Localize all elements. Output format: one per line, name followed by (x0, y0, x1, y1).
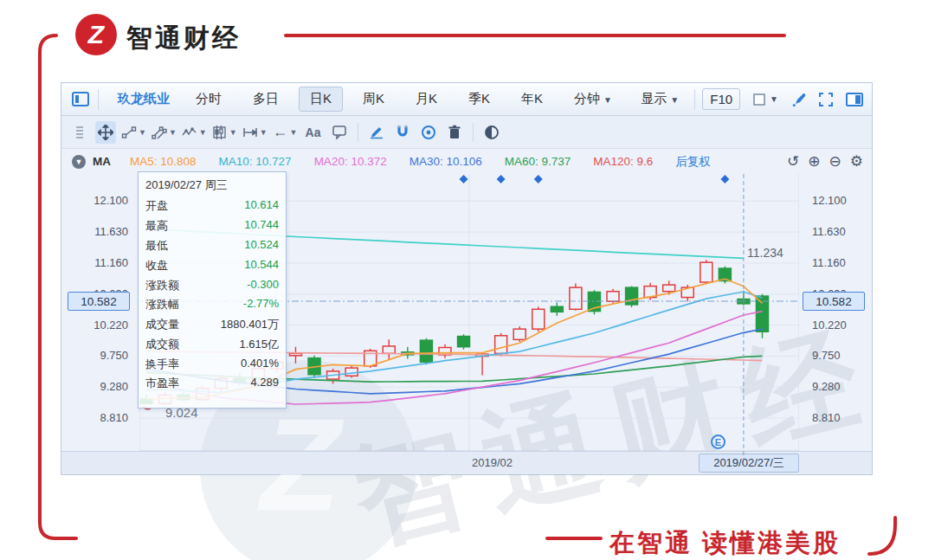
tab-bar: 玖龙纸业 分时多日日K周K月K季K年K 分钟▼ 显示▼ F10 ▼ (61, 83, 872, 116)
trading-app-window: 玖龙纸业 分时多日日K周K月K季K年K 分钟▼ 显示▼ F10 ▼ (61, 82, 873, 475)
tooltip-row-label: 最低 (145, 238, 168, 254)
tooltip-row-label: 涨跌额 (145, 278, 179, 293)
tooltip-row: 涨跌额-0.300 (139, 275, 286, 295)
tooltip-row-label: 成交量 (145, 317, 179, 332)
tab-季K[interactable]: 季K (457, 87, 501, 112)
tooltip-row: 开盘10.614 (139, 196, 286, 216)
tooltip-row: 市盈率4.289 (139, 374, 286, 394)
tooltip-row-label: 开盘 (145, 198, 168, 214)
undo-icon[interactable]: ↺ (787, 154, 799, 169)
drawing-toolbar: ▼ ▼ ▼ ▼ ▼ ←▼ Aa (61, 116, 872, 149)
tooltip-date: 2019/02/27 (145, 178, 202, 191)
logo-letter: Z (88, 20, 104, 49)
period-tabs: 分时多日日K周K月K季K年K (180, 87, 558, 112)
tooltip-row-value: 10.524 (244, 238, 279, 254)
tooltip-row: 成交量1880.401万 (139, 315, 286, 335)
tab-月K[interactable]: 月K (404, 87, 448, 112)
y-axis-label: 9.280 (61, 380, 139, 393)
divider (358, 123, 358, 142)
tab-年K[interactable]: 年K (510, 87, 554, 112)
tooltip-row-label: 最高 (145, 218, 168, 234)
tooltip-row-value: 4.289 (250, 376, 279, 391)
y-axis-label: 12.100 (799, 194, 872, 207)
y-axis-label: 10.220 (799, 319, 872, 331)
ma-values: MA5: 10.808MA10: 10.727MA20: 10.372MA30:… (130, 155, 675, 168)
crosshair-price-label: 10.582 (803, 292, 865, 311)
event-badge[interactable]: E (711, 434, 725, 449)
ohlc-tooltip: 2019/02/27 周三 开盘10.614最高10.744最低10.524收盘… (138, 171, 287, 409)
tab-多日[interactable]: 多日 (242, 87, 290, 112)
magnet-tool-icon[interactable] (392, 121, 413, 144)
measure-tool-icon[interactable]: ▼ (242, 121, 268, 144)
channel-tool-icon[interactable]: ▼ (152, 121, 177, 144)
text-tool-label: Aa (306, 126, 321, 139)
y-axis-label: 9.750 (799, 349, 872, 362)
crosshair-price-label: 10.582 (68, 292, 130, 311)
tooltip-row-value: -0.300 (247, 278, 279, 293)
tooltip-row: 涨跌幅-2.77% (139, 295, 286, 315)
tooltip-row-label: 成交额 (145, 337, 179, 352)
tooltip-row-value: 1880.401万 (221, 317, 279, 332)
ma-value-ma10[interactable]: MA10: 10.727 (219, 155, 292, 168)
minute-dropdown-label: 分钟 (574, 91, 600, 106)
tooltip-row: 最低10.524 (139, 236, 286, 256)
ma-value-ma30[interactable]: MA30: 10.106 (409, 155, 482, 168)
contrast-toggle-icon[interactable] (481, 121, 502, 144)
y-axis-left: 12.10011.63011.16010.69010.2209.7509.280… (61, 83, 139, 451)
tab-日K[interactable]: 日K (299, 87, 343, 112)
tab-周K[interactable]: 周K (351, 87, 396, 112)
ma-value-ma60[interactable]: MA60: 9.737 (505, 155, 571, 168)
adjust-mode-link[interactable]: 后复权 (675, 154, 711, 170)
display-dropdown[interactable]: 显示▼ (632, 91, 687, 107)
brand-name: 智通财经 (126, 21, 241, 56)
y-axis-right: 12.10011.63011.16010.69010.2209.7509.280… (799, 83, 872, 451)
tooltip-row-label: 市盈率 (145, 376, 179, 391)
display-label: 显示 (641, 91, 667, 106)
wave-tool-icon[interactable]: ▼ (182, 121, 207, 144)
y-axis-label: 11.160 (61, 256, 139, 269)
tooltip-row-label: 收盘 (145, 258, 168, 274)
tooltip-row-value: -2.77% (243, 297, 279, 312)
tooltip-row: 最高10.744 (139, 216, 286, 236)
y-axis-label: 11.630 (61, 225, 139, 238)
pattern-tool-icon[interactable]: ▼ (212, 121, 237, 144)
y-axis-label: 11.630 (799, 225, 872, 238)
delete-tool-icon[interactable] (444, 121, 465, 144)
ma-value-ma120[interactable]: MA120: 9.6 (593, 155, 653, 168)
tooltip-row: 收盘10.544 (139, 255, 286, 275)
tooltip-row-label: 涨跌幅 (145, 297, 179, 312)
tab-分时[interactable]: 分时 (184, 87, 233, 112)
draw-tool-icon[interactable] (366, 121, 387, 144)
y-axis-label: 9.280 (799, 380, 872, 393)
tab-minute-dropdown[interactable]: 分钟▼ (563, 87, 623, 112)
ma-indicator-bar: ▼ MA MA5: 10.808MA10: 10.727MA20: 10.372… (61, 149, 872, 174)
text-tool-icon[interactable]: Aa (303, 121, 324, 144)
tooltip-row-value: 0.401% (241, 357, 279, 372)
y-axis-label: 11.160 (799, 256, 872, 269)
comment-tool-icon[interactable] (329, 121, 350, 144)
divider (473, 123, 474, 142)
ma250-value-label: 11.234 (747, 246, 783, 260)
tooltip-row: 换手率0.401% (139, 354, 286, 374)
chevron-down-icon: ▼ (670, 95, 679, 105)
tooltip-row-value: 1.615亿 (239, 337, 279, 352)
ma-value-ma20[interactable]: MA20: 10.372 (314, 155, 387, 168)
chevron-down-icon: ▼ (199, 128, 207, 137)
f10-button[interactable]: F10 (702, 88, 740, 110)
chevron-down-icon: ▼ (260, 128, 268, 137)
chevron-down-icon: ▼ (290, 128, 298, 137)
chevron-down-icon: ▼ (229, 128, 237, 137)
brand-slogan: 在智通 读懂港美股 (609, 526, 841, 560)
chevron-down-icon: ▼ (169, 128, 177, 137)
ma-value-ma5[interactable]: MA5: 10.808 (130, 155, 197, 168)
y-axis-label: 12.100 (61, 194, 139, 207)
tooltip-weekday: 周三 (205, 178, 228, 191)
target-tool-icon[interactable] (418, 121, 439, 144)
divider (694, 89, 695, 110)
tooltip-row-value: 10.744 (244, 218, 279, 234)
y-axis-label: 8.810 (799, 411, 872, 424)
tooltip-row: 成交额1.615亿 (139, 334, 286, 354)
y-axis-label: 9.750 (61, 349, 139, 362)
arrow-tool-icon[interactable]: ←▼ (273, 121, 298, 144)
square-select-icon[interactable]: ▼ (752, 93, 778, 106)
